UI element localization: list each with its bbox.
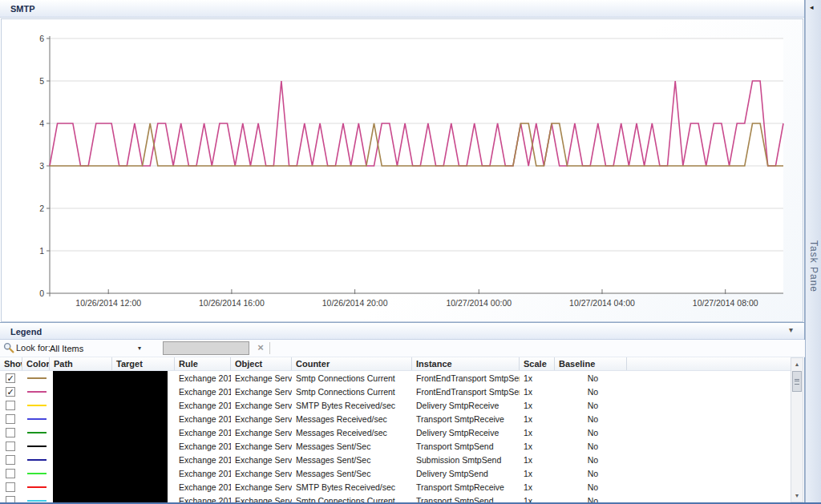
show-cell <box>0 469 22 478</box>
column-header-instance[interactable]: Instance <box>412 357 520 370</box>
xtick-label-1: 10/26/2014 16:00 <box>199 298 265 308</box>
show-checkbox[interactable] <box>6 469 15 478</box>
ytick-label-2: 2 <box>39 204 44 213</box>
xtick-label-2: 10/26/2014 20:00 <box>322 298 388 308</box>
color-cell <box>22 405 50 406</box>
clear-search-icon[interactable]: × <box>255 341 266 355</box>
rule-cell: Exchange 2013 ... <box>175 482 231 492</box>
column-header-path[interactable]: Path <box>50 357 112 370</box>
look-for-dropdown[interactable]: All Items ▾ <box>50 341 144 356</box>
scroll-up-arrow-icon[interactable]: ▴ <box>791 358 803 370</box>
color-cell <box>22 418 50 420</box>
show-checkbox[interactable]: ✓ <box>6 387 15 397</box>
counter-cell: SMTP Bytes Received/sec <box>292 401 412 410</box>
rule-cell: Exchange 2013 ... <box>175 455 231 465</box>
object-cell: Exchange Server <box>231 469 292 478</box>
show-checkbox[interactable] <box>6 401 15 410</box>
legend-vertical-scrollbar[interactable]: ▴ ▾ <box>791 357 803 502</box>
rule-cell: Exchange 2013 ... <box>175 496 231 504</box>
baseline-cell: No <box>555 455 627 465</box>
object-cell: Exchange Server <box>231 482 292 492</box>
application-window: SMTP 012345610/26/2014 12:0010/26/2014 1… <box>0 0 821 504</box>
column-header-rule[interactable]: Rule <box>175 357 231 370</box>
scrollbar-thumb[interactable] <box>792 371 802 392</box>
scale-cell: 1x <box>520 414 555 424</box>
rule-cell: Exchange 2013 ... <box>175 414 231 424</box>
instance-cell: Transport SmtpReceive <box>412 482 520 492</box>
object-cell: Exchange Server <box>231 455 292 465</box>
counter-cell: Messages Received/sec <box>292 428 412 437</box>
look-for-label: Look for: <box>16 343 51 353</box>
counter-cell: Messages Sent/Sec <box>292 455 412 465</box>
object-cell: Exchange Server <box>231 442 292 451</box>
rule-cell: Exchange 2013 ... <box>175 469 231 478</box>
color-cell <box>22 446 50 447</box>
instance-cell: FrontEndTransport SmtpSend <box>412 373 520 383</box>
legend-search-input[interactable] <box>163 341 249 355</box>
scale-cell: 1x <box>520 387 555 397</box>
show-checkbox[interactable] <box>6 414 15 424</box>
show-checkbox[interactable] <box>6 496 15 504</box>
counter-cell: Messages Sent/Sec <box>292 469 412 478</box>
show-cell <box>0 482 22 492</box>
column-header-filler <box>627 357 791 370</box>
series-color-swatch <box>27 418 47 420</box>
instance-cell: Delivery SmtpReceive <box>412 401 520 410</box>
legend-collapse-chevron-icon[interactable]: ▾ <box>789 322 793 340</box>
ytick-label-0: 0 <box>39 288 44 298</box>
ytick-label-6: 6 <box>39 34 44 43</box>
show-cell <box>0 428 22 437</box>
color-cell <box>22 391 50 393</box>
column-header-counter[interactable]: Counter <box>292 357 412 370</box>
show-cell <box>0 401 22 410</box>
scroll-down-arrow-icon[interactable]: ▾ <box>791 490 803 502</box>
scale-cell: 1x <box>520 401 555 410</box>
baseline-cell: No <box>555 469 627 478</box>
scale-cell: 1x <box>520 482 555 492</box>
column-header-color[interactable]: Color <box>22 357 50 370</box>
column-header-target[interactable]: Target <box>112 357 175 370</box>
scale-cell: 1x <box>520 455 555 465</box>
scale-cell: 1x <box>520 442 555 451</box>
performance-view-pane: SMTP 012345610/26/2014 12:0010/26/2014 1… <box>0 0 805 504</box>
show-checkbox[interactable] <box>6 428 15 437</box>
instance-cell: Transport SmtpReceive <box>412 414 520 424</box>
series-color-swatch <box>27 377 47 379</box>
baseline-cell: No <box>555 428 627 437</box>
column-header-scale[interactable]: Scale <box>520 357 555 370</box>
show-cell <box>0 496 22 504</box>
legend-filter-bar: Look for: All Items ▾ × <box>0 340 805 357</box>
column-header-show[interactable]: Show <box>0 357 22 370</box>
legend-table-header: ShowColorPathTargetRuleObjectCounterInst… <box>0 357 791 371</box>
color-cell <box>22 473 50 474</box>
series-color-swatch <box>27 500 47 502</box>
baseline-cell: No <box>555 373 627 383</box>
baseline-cell: No <box>555 442 627 451</box>
baseline-cell: No <box>555 482 627 492</box>
baseline-cell: No <box>555 401 627 410</box>
filter-separator <box>269 342 270 354</box>
show-checkbox[interactable]: ✓ <box>6 373 15 383</box>
column-header-object[interactable]: Object <box>231 357 292 370</box>
scale-cell: 1x <box>520 469 555 478</box>
column-header-baseline[interactable]: Baseline <box>555 357 627 370</box>
task-pane-collapsed-strip[interactable]: ◂ Task Pane <box>805 0 821 504</box>
object-cell: Exchange Server <box>231 387 292 397</box>
ytick-label-1: 1 <box>39 246 44 256</box>
show-checkbox[interactable] <box>6 455 15 465</box>
object-cell: Exchange Server <box>231 373 292 383</box>
instance-cell: Transport SmtpSend <box>412 496 520 504</box>
instance-cell: Delivery SmtpReceive <box>412 428 520 437</box>
ytick-label-5: 5 <box>39 76 44 86</box>
xtick-label-4: 10/27/2014 04:00 <box>569 298 635 308</box>
baseline-cell: No <box>555 387 627 397</box>
task-pane-label: Task Pane <box>808 240 819 292</box>
counter-cell: SMTP Bytes Received/sec <box>292 482 412 492</box>
task-pane-expand-arrow-icon[interactable]: ◂ <box>810 3 814 11</box>
instance-cell: Transport SmtpSend <box>412 442 520 451</box>
show-checkbox[interactable] <box>6 482 15 492</box>
show-checkbox[interactable] <box>6 442 15 451</box>
chart-pane-title-text: SMTP <box>10 4 35 14</box>
series-color-swatch <box>27 486 47 488</box>
object-cell: Exchange Server <box>231 496 292 504</box>
